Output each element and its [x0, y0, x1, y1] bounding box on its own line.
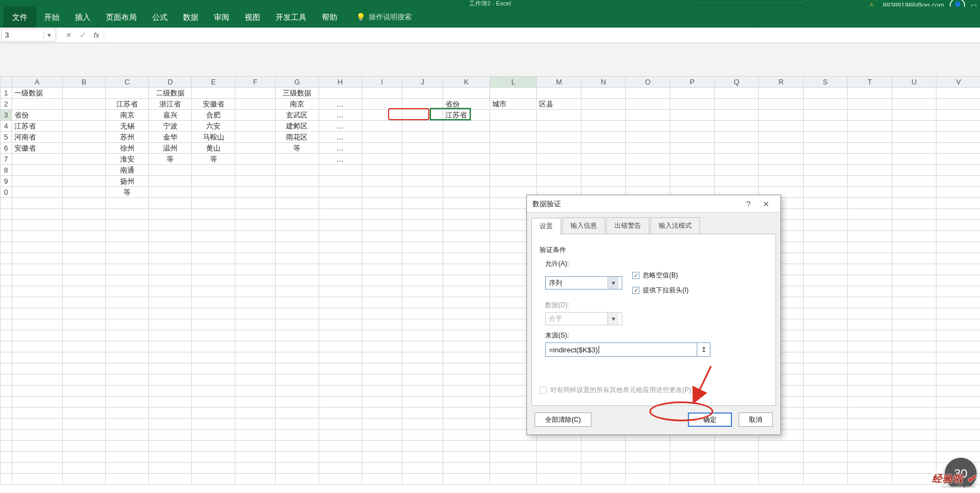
cell-C17[interactable] — [105, 264, 148, 275]
cell-D5[interactable]: 金华 — [149, 132, 192, 143]
cell-E4[interactable]: 六安 — [192, 121, 235, 132]
dialog-tab-error-alert[interactable]: 出错警告 — [606, 217, 649, 234]
formula-input[interactable] — [104, 29, 980, 42]
cell-H26[interactable] — [319, 363, 362, 374]
column-header-T[interactable]: T — [848, 77, 892, 88]
cell-V9[interactable] — [936, 176, 980, 187]
cell-F26[interactable] — [235, 363, 276, 374]
cell-U7[interactable] — [892, 154, 936, 165]
cell-E22[interactable] — [192, 319, 235, 330]
cell-I30[interactable] — [362, 408, 402, 419]
cell-E12[interactable] — [192, 209, 235, 220]
cell-J11[interactable] — [402, 198, 443, 209]
cell-U24[interactable] — [892, 341, 936, 352]
cell-R35[interactable] — [759, 463, 804, 474]
cell-F3[interactable] — [235, 110, 276, 121]
cell-F30[interactable] — [235, 408, 276, 419]
cell-E27[interactable] — [192, 374, 235, 385]
cell-D36[interactable] — [149, 474, 192, 485]
cell-H3[interactable]: … — [319, 110, 362, 121]
cell-D25[interactable] — [149, 352, 192, 363]
cell-B17[interactable] — [62, 264, 105, 275]
cell-B18[interactable] — [62, 275, 105, 286]
cell-A30[interactable] — [12, 408, 62, 419]
cell-I24[interactable] — [362, 341, 402, 352]
cell-O7[interactable] — [626, 154, 670, 165]
cell-F11[interactable] — [235, 198, 276, 209]
cell-L36[interactable] — [490, 474, 537, 485]
cell-S19[interactable] — [803, 286, 848, 297]
cell-G30[interactable] — [276, 408, 319, 419]
tab-dev-tools[interactable]: 开发工具 — [268, 7, 314, 28]
cell-A6[interactable]: 安徽省 — [12, 143, 62, 154]
cell-H11[interactable] — [319, 198, 362, 209]
tab-formulas[interactable]: 公式 — [144, 7, 175, 28]
cell-D33[interactable] — [149, 441, 192, 452]
cell-C5[interactable]: 苏州 — [105, 132, 148, 143]
cell-I35[interactable] — [362, 463, 402, 474]
cell-U10[interactable] — [892, 187, 936, 198]
cell-P34[interactable] — [670, 452, 715, 463]
cell-K18[interactable] — [443, 275, 490, 286]
cell-J14[interactable] — [402, 231, 443, 242]
cell-I11[interactable] — [362, 198, 402, 209]
cell-T25[interactable] — [848, 352, 892, 363]
cell-G19[interactable] — [276, 286, 319, 297]
cell-E2[interactable]: 安徽省 — [192, 99, 235, 110]
cell-A19[interactable] — [12, 286, 62, 297]
cell-H20[interactable] — [319, 297, 362, 308]
confirm-entry-icon[interactable]: ✓ — [75, 31, 89, 39]
cell-P33[interactable] — [670, 441, 715, 452]
cell-R2[interactable] — [759, 99, 804, 110]
cell-A12[interactable] — [12, 209, 62, 220]
cell-H2[interactable]: … — [319, 99, 362, 110]
cell-A18[interactable] — [12, 275, 62, 286]
cell-J23[interactable] — [402, 330, 443, 341]
cell-J17[interactable] — [402, 264, 443, 275]
cell-J25[interactable] — [402, 352, 443, 363]
cell-Q35[interactable] — [714, 463, 759, 474]
cell-S24[interactable] — [803, 341, 848, 352]
cell-P6[interactable] — [670, 143, 715, 154]
cell-B29[interactable] — [62, 396, 105, 408]
cell-C13[interactable] — [105, 220, 148, 231]
cell-G24[interactable] — [276, 341, 319, 352]
cell-N4[interactable] — [581, 121, 626, 132]
cell-T5[interactable] — [848, 132, 892, 143]
cell-I5[interactable] — [362, 132, 402, 143]
cell-N6[interactable] — [581, 143, 626, 154]
cell-I28[interactable] — [362, 385, 402, 396]
cell-J34[interactable] — [402, 452, 443, 463]
cell-T10[interactable] — [848, 187, 892, 198]
cell-M35[interactable] — [537, 463, 581, 474]
cell-D12[interactable] — [149, 209, 192, 220]
cell-E8[interactable] — [192, 165, 235, 176]
cell-L34[interactable] — [490, 452, 537, 463]
cell-R6[interactable] — [759, 143, 804, 154]
cell-L1[interactable] — [490, 88, 537, 99]
cell-B22[interactable] — [62, 319, 105, 330]
cell-K17[interactable] — [443, 264, 490, 275]
cell-T29[interactable] — [848, 396, 892, 408]
cell-I1[interactable] — [362, 88, 402, 99]
cell-C20[interactable] — [105, 297, 148, 308]
row-header-33[interactable] — [1, 441, 12, 452]
cell-O3[interactable] — [626, 110, 670, 121]
cell-T15[interactable] — [848, 242, 892, 253]
cell-T3[interactable] — [848, 110, 892, 121]
cell-V7[interactable] — [936, 154, 980, 165]
cell-I25[interactable] — [362, 352, 402, 363]
cell-C10[interactable]: 等 — [105, 187, 148, 198]
cell-C24[interactable] — [105, 341, 148, 352]
cell-A35[interactable] — [12, 463, 62, 474]
cell-V8[interactable] — [936, 165, 980, 176]
column-header-M[interactable]: M — [537, 77, 581, 88]
cell-U11[interactable] — [892, 198, 936, 209]
cell-D34[interactable] — [149, 452, 192, 463]
row-header-14[interactable] — [1, 231, 12, 242]
dialog-tab-ime-mode[interactable]: 输入法模式 — [650, 217, 700, 234]
row-header-24[interactable] — [1, 341, 12, 352]
cell-Q36[interactable] — [714, 474, 759, 485]
column-header-G[interactable]: G — [276, 77, 319, 88]
row-header-32[interactable] — [1, 430, 12, 441]
